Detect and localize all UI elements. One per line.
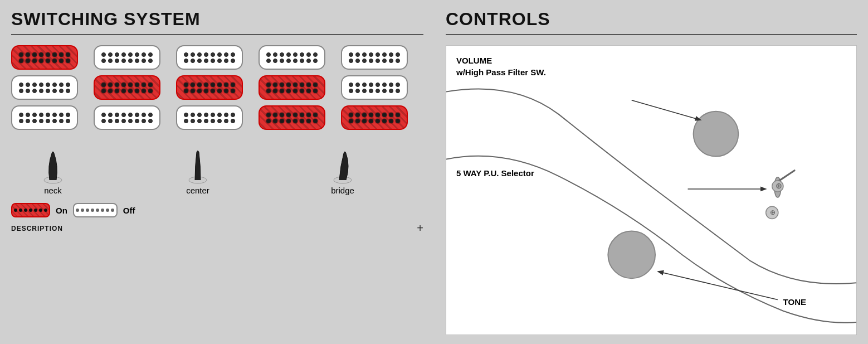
selector-handle [778, 171, 794, 182]
add-description-button[interactable]: + [417, 222, 423, 235]
left-divider [11, 34, 423, 35]
legend-on-label: On [56, 206, 67, 215]
pickup-1-4 [259, 45, 325, 70]
switching-system-panel: SWITCHING SYSTEM [0, 0, 435, 344]
pickup-1-3 [176, 45, 243, 70]
pickup-1-1 [11, 45, 78, 70]
description-row: DESCRIPTION + [11, 222, 423, 235]
neck-label: neck [17, 186, 89, 195]
legend-off-label: Off [123, 206, 135, 215]
selector-label: 5 WAY P.U. Selector [456, 168, 534, 178]
description-label: DESCRIPTION [11, 225, 63, 232]
pickup-2-2 [94, 75, 160, 100]
tone-arrow [659, 272, 778, 299]
bridge-switch [306, 149, 379, 185]
legend-row: On Off [11, 203, 423, 217]
pickup-3-2 [94, 105, 160, 130]
neck-switch [17, 149, 89, 185]
svg-text:⊕: ⊕ [770, 209, 776, 216]
tone-knob [608, 231, 655, 279]
controls-title: CONTROLS [446, 9, 857, 30]
pickup-3-1 [11, 105, 78, 130]
svg-text:⊕: ⊕ [776, 181, 782, 190]
legend-on-pickup [11, 203, 50, 217]
pickup-2-1 [11, 75, 78, 100]
pickup-2-3 [176, 75, 243, 100]
controls-svg-diagram: ⊕ ⊕ [446, 46, 856, 335]
pickup-1-5 [341, 45, 408, 70]
pickup-grid [11, 45, 423, 130]
tone-label: TONE [783, 297, 806, 307]
pickup-3-3 [176, 105, 243, 130]
switching-system-title: SWITCHING SYSTEM [11, 9, 423, 30]
neck-switch-lever-icon [42, 149, 64, 185]
center-label: center [162, 186, 234, 195]
right-divider [446, 34, 857, 35]
bridge-switch-lever-icon [331, 149, 354, 185]
controls-panel: CONTROLS VOLUME VOLUME w/High Pass Filte… [435, 0, 868, 344]
bridge-label: bridge [306, 186, 379, 195]
pickup-2-4 [259, 75, 325, 100]
pickup-2-5 [341, 75, 408, 100]
pickup-1-2 [94, 45, 160, 70]
legend-off-pickup [73, 203, 118, 217]
volume-arrow [632, 100, 700, 120]
volume-knob [694, 112, 739, 157]
center-switch-lever-icon [187, 149, 209, 185]
center-switch [162, 149, 234, 185]
pickup-3-4 [259, 105, 325, 130]
controls-diagram: VOLUME VOLUME w/High Pass Filter SW. w/H… [446, 45, 857, 335]
pickup-3-5 [341, 105, 408, 130]
